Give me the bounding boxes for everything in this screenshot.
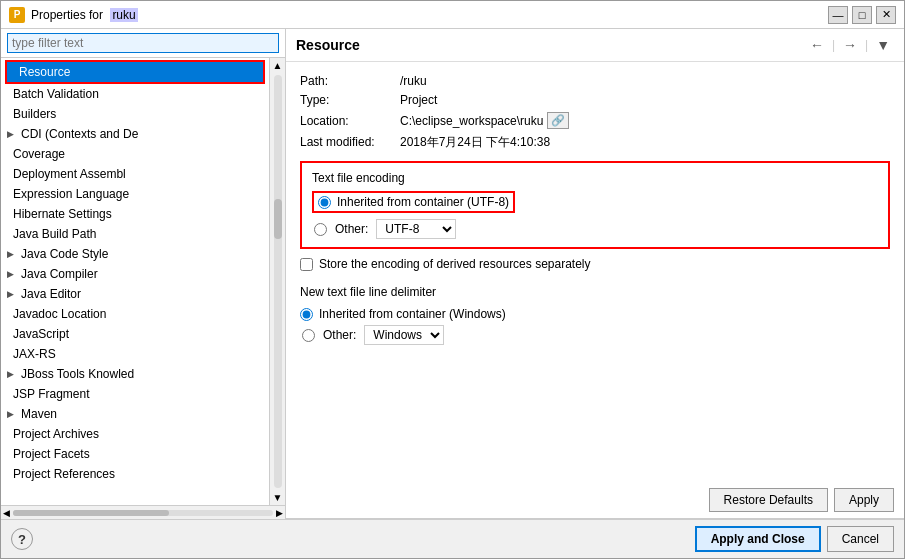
title-controls: — □ ✕ xyxy=(828,6,896,24)
encoding-other-radio[interactable] xyxy=(314,223,327,236)
store-encoding-checkbox[interactable] xyxy=(300,258,313,271)
type-value: Project xyxy=(400,93,437,107)
close-button[interactable]: ✕ xyxy=(876,6,896,24)
filter-input[interactable] xyxy=(7,33,279,53)
resource-nav-outline: Resource xyxy=(5,60,265,84)
h-scrollbar-track xyxy=(13,510,273,516)
cancel-button[interactable]: Cancel xyxy=(827,526,894,552)
path-row: Path: /ruku xyxy=(300,74,890,88)
sidebar-item-deployment[interactable]: Deployment Assembl xyxy=(1,164,269,184)
location-value-area: C:\eclipse_workspace\ruku 🔗 xyxy=(400,112,569,129)
sidebar-item-label: Project Facets xyxy=(13,447,257,461)
sidebar-item-label: CDI (Contexts and De xyxy=(21,127,257,141)
sidebar-item-project-archives[interactable]: Project Archives xyxy=(1,424,269,444)
apply-and-close-button[interactable]: Apply and Close xyxy=(695,526,821,552)
sidebar-item-jax-rs[interactable]: JAX-RS xyxy=(1,344,269,364)
inherited-encoding-outline: Inherited from container (UTF-8) xyxy=(312,191,515,213)
sidebar-item-batch-validation[interactable]: Batch Validation xyxy=(1,84,269,104)
sidebar-item-project-facets[interactable]: Project Facets xyxy=(1,444,269,464)
help-button[interactable]: ? xyxy=(11,528,33,550)
nav-scrollbar[interactable]: ▲ ▼ xyxy=(269,58,285,505)
back-arrow-btn[interactable]: ← xyxy=(806,35,828,55)
left-panel: Resource Batch Validation Builders ▶ CDI… xyxy=(1,29,286,519)
sidebar-item-jboss[interactable]: ▶ JBoss Tools Knowled xyxy=(1,364,269,384)
content-area: Path: /ruku Type: Project Location: C:\e… xyxy=(286,62,904,482)
sidebar-item-label: Batch Validation xyxy=(13,87,257,101)
encoding-select[interactable]: UTF-8 xyxy=(376,219,456,239)
expand-arrow-icon: ▶ xyxy=(7,129,17,139)
scroll-up-btn[interactable]: ▲ xyxy=(271,58,285,73)
sidebar-item-java-code-style[interactable]: ▶ Java Code Style xyxy=(1,244,269,264)
sidebar-item-java-compiler[interactable]: ▶ Java Compiler xyxy=(1,264,269,284)
location-value: C:\eclipse_workspace\ruku xyxy=(400,114,543,128)
sidebar-item-label: Hibernate Settings xyxy=(13,207,257,221)
dropdown-arrow-btn[interactable]: ▼ xyxy=(872,35,894,55)
encoding-other-label: Other: xyxy=(335,222,368,236)
dialog-bottom-bar: ? Apply and Close Cancel xyxy=(1,519,904,558)
title-bar-left: P Properties for ruku xyxy=(9,7,138,23)
encoding-inherited-radio[interactable] xyxy=(318,196,331,209)
location-label: Location: xyxy=(300,114,400,128)
sidebar-item-label: Builders xyxy=(13,107,257,121)
sidebar-item-maven[interactable]: ▶ Maven xyxy=(1,404,269,424)
sidebar-item-resource[interactable]: Resource xyxy=(7,62,263,82)
dialog-icon: P xyxy=(9,7,25,23)
forward-arrow-btn[interactable]: → xyxy=(839,35,861,55)
apply-button[interactable]: Apply xyxy=(834,488,894,512)
type-label: Type: xyxy=(300,93,400,107)
sidebar-item-expression[interactable]: Expression Language xyxy=(1,184,269,204)
location-link-button[interactable]: 🔗 xyxy=(547,112,569,129)
bottom-right-buttons: Apply and Close Cancel xyxy=(695,526,894,552)
scrollbar-thumb xyxy=(274,199,282,239)
sidebar-item-coverage[interactable]: Coverage xyxy=(1,144,269,164)
sidebar-item-label: Project Archives xyxy=(13,427,257,441)
sidebar-item-label: Resource xyxy=(19,65,251,79)
new-line-other-radio[interactable] xyxy=(302,329,315,342)
right-header: Resource ← | → | ▼ xyxy=(286,29,904,62)
encoding-section-title: Text file encoding xyxy=(312,171,878,185)
title-project-name: ruku xyxy=(110,8,137,22)
sidebar-item-cdi[interactable]: ▶ CDI (Contexts and De xyxy=(1,124,269,144)
sidebar-item-jsp-fragment[interactable]: JSP Fragment xyxy=(1,384,269,404)
path-value: /ruku xyxy=(400,74,427,88)
encoding-section: Text file encoding Inherited from contai… xyxy=(300,161,890,249)
sidebar-item-label: Java Code Style xyxy=(21,247,257,261)
sidebar-item-javadoc[interactable]: Javadoc Location xyxy=(1,304,269,324)
new-line-inherited-radio[interactable] xyxy=(300,308,313,321)
sidebar-item-builders[interactable]: Builders xyxy=(1,104,269,124)
sidebar-item-label: Deployment Assembl xyxy=(13,167,257,181)
minimize-button[interactable]: — xyxy=(828,6,848,24)
nav-list: Resource Batch Validation Builders ▶ CDI… xyxy=(1,58,269,505)
sidebar-item-label: Maven xyxy=(21,407,257,421)
expand-arrow-icon: ▶ xyxy=(7,249,17,259)
bottom-actions: Restore Defaults Apply xyxy=(286,482,904,519)
new-line-select[interactable]: Windows xyxy=(364,325,444,345)
type-row: Type: Project xyxy=(300,93,890,107)
sidebar-item-java-editor[interactable]: ▶ Java Editor xyxy=(1,284,269,304)
sidebar-item-hibernate[interactable]: Hibernate Settings xyxy=(1,204,269,224)
sidebar-item-label: JavaScript xyxy=(13,327,257,341)
scroll-down-btn[interactable]: ▼ xyxy=(271,490,285,505)
horizontal-scrollbar[interactable]: ◀ ▶ xyxy=(1,505,285,519)
scroll-left-btn[interactable]: ◀ xyxy=(3,508,10,518)
store-encoding-row: Store the encoding of derived resources … xyxy=(300,257,890,271)
sidebar-item-javascript[interactable]: JavaScript xyxy=(1,324,269,344)
new-line-section-label: New text file line delimiter xyxy=(300,285,890,299)
sidebar-item-java-build-path[interactable]: Java Build Path xyxy=(1,224,269,244)
sidebar-item-label: Project References xyxy=(13,467,257,481)
sidebar-item-label: Java Build Path xyxy=(13,227,257,241)
sidebar-item-label: JSP Fragment xyxy=(13,387,257,401)
last-modified-row: Last modified: 2018年7月24日 下午4:10:38 xyxy=(300,134,890,151)
separator: | xyxy=(832,38,835,52)
dialog-icon-letter: P xyxy=(14,9,21,20)
new-line-inherited-row: Inherited from container (Windows) xyxy=(300,307,890,321)
restore-defaults-button[interactable]: Restore Defaults xyxy=(709,488,828,512)
new-line-inherited-label: Inherited from container (Windows) xyxy=(319,307,506,321)
sidebar-item-project-references[interactable]: Project References xyxy=(1,464,269,484)
scroll-right-btn[interactable]: ▶ xyxy=(276,508,283,518)
maximize-button[interactable]: □ xyxy=(852,6,872,24)
title-prefix: Properties for xyxy=(31,8,103,22)
scrollbar-track xyxy=(274,75,282,488)
sidebar-item-label: Java Editor xyxy=(21,287,257,301)
sidebar-item-label: Javadoc Location xyxy=(13,307,257,321)
